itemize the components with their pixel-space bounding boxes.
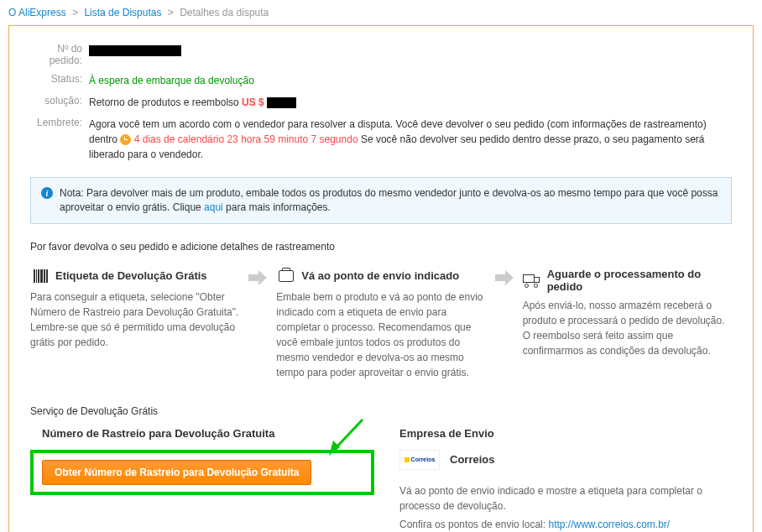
highlight-box: Obter Número de Rastreio para Devolução … [30, 450, 374, 495]
countdown-timer: 4 dias de calendário 23 hora 59 minuto 7… [134, 133, 358, 145]
breadcrumb-separator: > [72, 7, 78, 18]
breadcrumb: O AliExpress > Lista de Disputas > Detal… [0, 0, 762, 25]
tracking-number-column: Número de Rastreio para Devolução Gratui… [30, 427, 374, 532]
arrow-right-icon [493, 269, 516, 286]
return-instruction: Por favor devolva o seu pedido e adicion… [30, 241, 732, 253]
arrow-right-icon [246, 269, 269, 286]
clock-icon [120, 134, 131, 145]
note-link-here[interactable]: aqui [204, 201, 223, 213]
green-arrow-annotation [325, 415, 367, 457]
package-icon [276, 268, 296, 284]
step-1-desc: Para conseguir a etiqueta, selecione "Ob… [30, 289, 239, 350]
return-steps: Etiqueta de Devolução Grátis Para conseg… [30, 268, 732, 380]
order-number-value [89, 43, 732, 58]
info-icon: i [41, 187, 53, 199]
reminder-value: Agora você tem um acordo com o vendedor … [89, 117, 732, 162]
tracking-section: Número de Rastreio para Devolução Gratui… [30, 427, 732, 532]
status-label: Status: [30, 73, 89, 85]
correios-logo: Correios [399, 450, 440, 470]
redacted-amount [267, 97, 296, 108]
breadcrumb-current: Detalhes da disputa [180, 7, 269, 18]
refund-currency: US $ [242, 96, 267, 108]
svg-marker-1 [329, 441, 340, 456]
breadcrumb-link-disputes[interactable]: Lista de Disputas [84, 7, 161, 18]
step-3-title: Aguarde o processamento do pedido [547, 268, 732, 293]
solution-label: solução: [30, 95, 89, 107]
step-3-desc: Após enviá-lo, nosso armazém receberá o … [523, 298, 732, 358]
step-2-desc: Embale bem o produto e vá ao ponto de en… [276, 289, 485, 380]
shipping-company-name: Correios [450, 453, 494, 466]
step-2-title: Vá ao ponto de envio indicado [301, 269, 459, 282]
tracking-number-header: Número de Rastreio para Devolução Gratui… [30, 427, 374, 440]
reminder-label: Lembrete: [30, 117, 89, 128]
note-box: i Nota: Para devolver mais de um produto… [30, 177, 732, 224]
shipping-company-column: Empresa de Envio Correios Correios Vá ao… [399, 427, 732, 532]
get-tracking-number-button[interactable]: Obter Número de Rastreio para Devolução … [42, 460, 311, 485]
svg-line-0 [335, 420, 363, 449]
breadcrumb-link-home[interactable]: O AliExpress [8, 7, 66, 18]
shipping-instruction-1: Vá ao ponto de envio indicado e mostre a… [399, 483, 732, 514]
barcode-icon [30, 268, 50, 284]
dispute-detail-container: Nº do pedido: Status: À espera de embarq… [8, 25, 754, 532]
correios-url-link[interactable]: http://www.correios.com.br/ [548, 519, 670, 530]
dispute-info-table: Nº do pedido: Status: À espera de embarq… [30, 43, 732, 162]
order-number-label: Nº do pedido: [30, 43, 89, 66]
solution-value: Retorno de produtos e reembolso US $ [89, 95, 732, 110]
shipping-instruction-2: Confira os pontos de envio local: http:/… [399, 517, 732, 532]
breadcrumb-separator: > [168, 7, 174, 18]
note-text: Nota: Para devolver mais de um produto, … [60, 186, 721, 215]
truck-icon [523, 272, 542, 289]
step-1: Etiqueta de Devolução Grátis Para conseg… [30, 268, 239, 350]
redacted-order-number [89, 45, 181, 56]
shipping-company-row: Correios Correios [399, 450, 732, 470]
free-return-section-title: Serviço de Devolução Grátis [30, 405, 732, 417]
shipping-company-header: Empresa de Envio [399, 427, 732, 440]
step-2: Vá ao ponto de envio indicado Embale bem… [276, 268, 485, 380]
step-1-title: Etiqueta de Devolução Grátis [55, 269, 207, 282]
status-value: À espera de embarque da devolução [89, 75, 254, 86]
step-3: Aguarde o processamento do pedido Após e… [523, 268, 732, 358]
